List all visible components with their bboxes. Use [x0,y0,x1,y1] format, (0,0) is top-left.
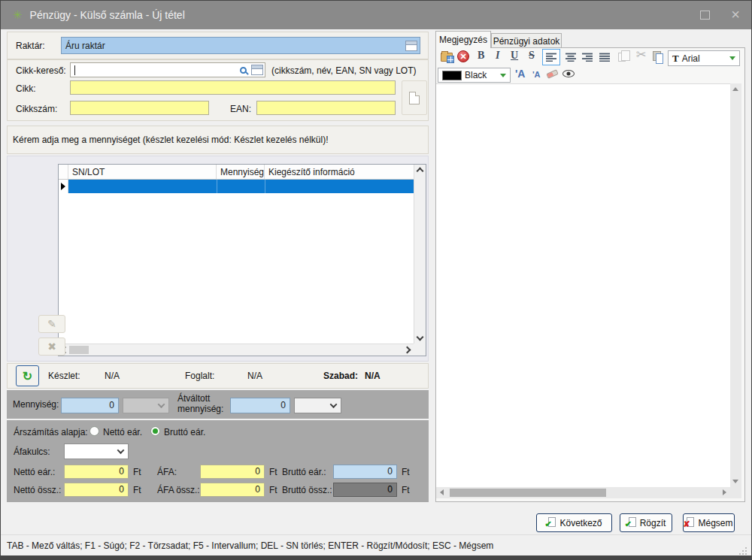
paste-icon [653,51,661,61]
maximize-button[interactable] [700,11,710,20]
delete-x-icon: ✖ [47,341,56,353]
edit-row-button[interactable]: ✎ [38,315,65,333]
copy-icon [618,53,626,62]
save-button-label: Rögzít [640,518,666,528]
italic-button[interactable]: I [496,50,499,62]
underline-button[interactable]: U [511,50,518,62]
clear-note-button[interactable]: ✕ [457,50,469,62]
vat-label: ÁFA: [157,467,177,477]
editor-vertical-scrollbar[interactable] [730,83,741,487]
font-family-select[interactable]: T Arial [668,50,740,66]
scroll-left-icon[interactable] [440,489,444,495]
titlebar: ✳ Pénzügy - Külső számla - Új tétel × [1,1,751,29]
chevron-down-icon [158,401,165,408]
erase-format-button[interactable] [547,71,558,77]
font-color-select[interactable]: Black [438,68,511,83]
align-justify-button[interactable] [599,53,610,62]
brutto-radio-label[interactable]: Bruttó eár. [164,427,205,437]
align-left-icon [546,53,556,62]
align-right-button[interactable] [582,53,593,62]
vat-input[interactable]: 0 [200,465,265,479]
next-button[interactable]: ✔ Következő [536,513,612,532]
scroll-down-icon[interactable] [732,480,738,483]
scrollbar-thumb[interactable] [450,489,606,497]
converted-unit-select[interactable] [294,398,341,413]
cancel-button[interactable]: ✘ Mégsem [683,513,735,532]
unit-ft: Ft [133,485,141,495]
bold-button[interactable]: B [478,50,484,62]
snlot-table: SN/LOT Mennyiség Kiegészítő információ [58,164,426,356]
unit-ft: Ft [133,467,141,477]
ean-label: EAN: [230,104,251,114]
refresh-stock-button[interactable]: ↻ [16,365,39,386]
tab-penzugyi-adatok[interactable]: Pénzügyi adatok [491,33,562,48]
search-icon[interactable] [240,67,247,74]
quantity-unit-select [123,398,169,413]
vat-rate-label: Áfakulcs: [14,446,50,457]
netto-radio-label[interactable]: Nettó eár. [103,427,142,437]
font-name: Arial [682,53,700,64]
save-button[interactable]: ✔ Rögzít [620,513,672,532]
table-horizontal-scrollbar[interactable] [59,344,414,356]
align-left-button[interactable] [542,49,560,65]
align-center-button[interactable] [566,53,576,62]
tab-megjegyzes[interactable]: Megjegyzés [435,31,491,48]
table-vertical-scrollbar[interactable] [414,165,426,344]
text-caret [74,65,75,75]
lookup-window-icon[interactable] [251,65,263,75]
row-marker-header [59,165,68,179]
paste-button[interactable] [653,51,661,61]
scroll-up-icon[interactable] [417,168,424,175]
item-label: Cikk: [16,83,36,94]
scroll-up-icon[interactable] [732,87,738,91]
resize-grip-icon[interactable] [739,547,741,549]
item-search-input[interactable] [70,62,265,77]
insert-object-icon[interactable] [441,53,453,62]
warehouse-label: Raktár: [16,41,45,51]
vat-total-input[interactable]: 0 [200,483,265,497]
new-item-button[interactable] [402,80,427,115]
decrease-font-button[interactable]: 'A [532,70,541,79]
item-number-field[interactable] [70,101,209,115]
quantity-input[interactable]: 0 [61,398,119,413]
copy-button[interactable] [618,53,626,62]
ean-field[interactable] [256,101,396,115]
doc-check-icon: ✔ [626,517,636,528]
column-header-kiegeszito[interactable]: Kiegészítő információ [265,165,414,179]
warehouse-combobox[interactable]: Áru raktár [61,37,420,54]
item-name-field[interactable] [70,80,396,95]
netto-radio[interactable] [89,426,99,436]
color-swatch [442,71,462,80]
column-header-mennyiseg[interactable]: Mennyiség [217,165,265,179]
scroll-right-icon[interactable] [723,489,726,495]
cut-button[interactable]: ✂ [636,47,646,62]
column-header-snlot[interactable]: SN/LOT [68,165,217,179]
converted-quantity-input[interactable]: 0 [230,398,290,413]
item-search-hint: (cikkszám, név, EAN, SN vagy LOT) [271,65,417,76]
warehouse-value: Áru raktár [65,41,405,51]
eye-icon [562,70,575,77]
increase-font-button[interactable]: 'A [515,68,525,80]
scrollbar-thumb[interactable] [69,346,89,354]
gross-unitprice-label: Bruttó eár.: [282,467,326,477]
document-icon [409,92,420,104]
gross-unitprice-input[interactable]: 0 [333,465,397,479]
status-text: TAB - Mező váltás; F1 - Súgó; F2 - Törzs… [7,540,493,551]
delete-row-button[interactable]: ✖ [38,338,65,356]
selected-table-row[interactable] [68,180,414,193]
reserved-label: Foglalt: [185,371,214,381]
brutto-radio[interactable] [150,426,160,436]
net-total-input[interactable]: 0 [64,483,129,497]
scroll-down-icon[interactable] [417,334,424,341]
form-window-icon[interactable] [405,41,417,51]
note-textarea[interactable] [436,83,730,487]
strikethrough-button[interactable]: S [529,50,535,62]
chevron-down-icon [117,446,125,454]
net-unitprice-input[interactable]: 0 [64,465,129,479]
preview-button[interactable] [562,70,575,77]
close-button[interactable]: × [731,5,740,24]
doc-cancel-icon: ✘ [684,517,694,528]
scroll-right-icon[interactable] [404,347,411,354]
editor-horizontal-scrollbar[interactable] [436,487,730,498]
vat-rate-select[interactable] [64,443,129,459]
